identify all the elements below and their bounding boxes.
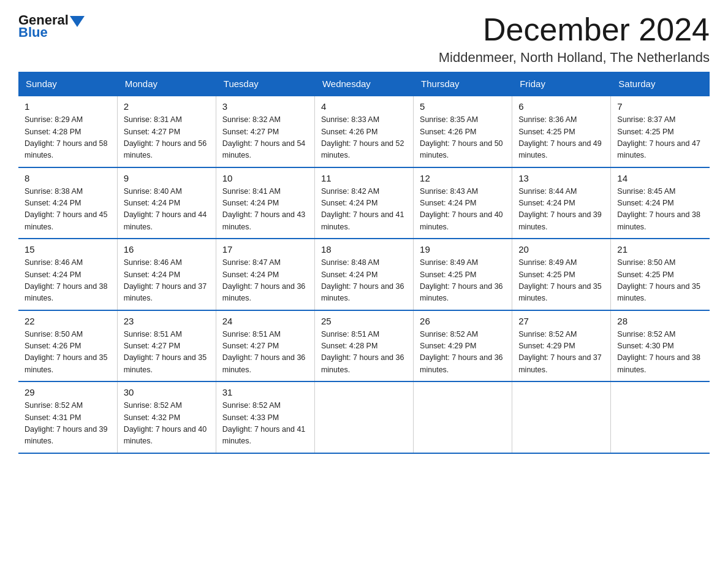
day-info: Sunrise: 8:52 AMSunset: 4:29 PMDaylight:… <box>420 329 506 377</box>
day-number: 3 <box>222 101 308 112</box>
day-number: 21 <box>617 244 703 255</box>
day-number: 23 <box>124 316 210 326</box>
week-row-1: 1 Sunrise: 8:29 AMSunset: 4:28 PMDayligh… <box>18 96 710 167</box>
weekday-header-thursday: Thursday <box>414 72 512 96</box>
calendar-cell: 28 Sunrise: 8:52 AMSunset: 4:30 PMDaylig… <box>611 310 710 382</box>
logo-blue-text: Blue <box>18 25 48 40</box>
day-info: Sunrise: 8:49 AMSunset: 4:25 PMDaylight:… <box>420 257 506 305</box>
day-info: Sunrise: 8:44 AMSunset: 4:24 PMDaylight:… <box>518 186 604 234</box>
calendar-cell: 11 Sunrise: 8:42 AMSunset: 4:24 PMDaylig… <box>314 167 413 239</box>
calendar-cell: 4 Sunrise: 8:33 AMSunset: 4:26 PMDayligh… <box>314 96 413 167</box>
page-header: General Blue December 2024 Middenmeer, N… <box>18 12 710 66</box>
day-number: 5 <box>420 101 506 112</box>
day-number: 31 <box>222 387 308 397</box>
calendar-cell: 21 Sunrise: 8:50 AMSunset: 4:25 PMDaylig… <box>611 239 710 310</box>
weekday-header-row: SundayMondayTuesdayWednesdayThursdayFrid… <box>18 72 710 96</box>
calendar-cell: 8 Sunrise: 8:38 AMSunset: 4:24 PMDayligh… <box>18 167 117 239</box>
day-info: Sunrise: 8:40 AMSunset: 4:24 PMDaylight:… <box>124 186 210 234</box>
calendar-cell: 6 Sunrise: 8:36 AMSunset: 4:25 PMDayligh… <box>512 96 611 167</box>
day-number: 14 <box>617 173 703 183</box>
day-number: 19 <box>420 244 506 255</box>
day-info: Sunrise: 8:50 AMSunset: 4:26 PMDaylight:… <box>25 329 111 377</box>
day-info: Sunrise: 8:45 AMSunset: 4:24 PMDaylight:… <box>617 186 703 234</box>
calendar-cell: 5 Sunrise: 8:35 AMSunset: 4:26 PMDayligh… <box>414 96 512 167</box>
week-row-4: 22 Sunrise: 8:50 AMSunset: 4:26 PMDaylig… <box>18 310 710 382</box>
calendar-cell: 1 Sunrise: 8:29 AMSunset: 4:28 PMDayligh… <box>18 96 117 167</box>
calendar-cell: 16 Sunrise: 8:46 AMSunset: 4:24 PMDaylig… <box>117 239 216 310</box>
day-number: 30 <box>124 387 210 397</box>
day-info: Sunrise: 8:29 AMSunset: 4:28 PMDaylight:… <box>25 114 111 162</box>
weekday-header-tuesday: Tuesday <box>216 72 314 96</box>
calendar-table: SundayMondayTuesdayWednesdayThursdayFrid… <box>18 72 710 454</box>
calendar-cell: 2 Sunrise: 8:31 AMSunset: 4:27 PMDayligh… <box>117 96 216 167</box>
calendar-cell: 13 Sunrise: 8:44 AMSunset: 4:24 PMDaylig… <box>512 167 611 239</box>
calendar-cell: 14 Sunrise: 8:45 AMSunset: 4:24 PMDaylig… <box>611 167 710 239</box>
day-info: Sunrise: 8:46 AMSunset: 4:24 PMDaylight:… <box>124 257 210 305</box>
day-info: Sunrise: 8:52 AMSunset: 4:33 PMDaylight:… <box>222 400 308 448</box>
calendar-cell: 24 Sunrise: 8:51 AMSunset: 4:27 PMDaylig… <box>216 310 314 382</box>
week-row-5: 29 Sunrise: 8:52 AMSunset: 4:31 PMDaylig… <box>18 381 710 453</box>
day-number: 10 <box>222 173 308 183</box>
title-area: December 2024 Middenmeer, North Holland,… <box>439 12 710 66</box>
weekday-header-sunday: Sunday <box>18 72 117 96</box>
day-number: 17 <box>222 244 308 255</box>
logo: General Blue <box>18 12 85 40</box>
day-number: 20 <box>518 244 604 255</box>
weekday-header-friday: Friday <box>512 72 611 96</box>
day-info: Sunrise: 8:42 AMSunset: 4:24 PMDaylight:… <box>321 186 407 234</box>
day-info: Sunrise: 8:50 AMSunset: 4:25 PMDaylight:… <box>617 257 703 305</box>
day-number: 11 <box>321 173 407 183</box>
calendar-cell: 12 Sunrise: 8:43 AMSunset: 4:24 PMDaylig… <box>414 167 512 239</box>
calendar-cell: 26 Sunrise: 8:52 AMSunset: 4:29 PMDaylig… <box>414 310 512 382</box>
day-number: 29 <box>25 387 111 397</box>
calendar-cell: 15 Sunrise: 8:46 AMSunset: 4:24 PMDaylig… <box>18 239 117 310</box>
day-number: 6 <box>518 101 604 112</box>
day-info: Sunrise: 8:43 AMSunset: 4:24 PMDaylight:… <box>420 186 506 234</box>
day-number: 12 <box>420 173 506 183</box>
calendar-cell: 19 Sunrise: 8:49 AMSunset: 4:25 PMDaylig… <box>414 239 512 310</box>
day-number: 4 <box>321 101 407 112</box>
day-number: 8 <box>25 173 111 183</box>
day-info: Sunrise: 8:48 AMSunset: 4:24 PMDaylight:… <box>321 257 407 305</box>
calendar-cell <box>512 381 611 453</box>
calendar-cell: 27 Sunrise: 8:52 AMSunset: 4:29 PMDaylig… <box>512 310 611 382</box>
calendar-cell <box>611 381 710 453</box>
calendar-cell: 29 Sunrise: 8:52 AMSunset: 4:31 PMDaylig… <box>18 381 117 453</box>
location-subtitle: Middenmeer, North Holland, The Netherlan… <box>439 50 710 66</box>
day-info: Sunrise: 8:35 AMSunset: 4:26 PMDaylight:… <box>420 114 506 162</box>
day-info: Sunrise: 8:36 AMSunset: 4:25 PMDaylight:… <box>518 114 604 162</box>
day-info: Sunrise: 8:38 AMSunset: 4:24 PMDaylight:… <box>25 186 111 234</box>
day-info: Sunrise: 8:33 AMSunset: 4:26 PMDaylight:… <box>321 114 407 162</box>
calendar-cell <box>414 381 512 453</box>
calendar-cell: 17 Sunrise: 8:47 AMSunset: 4:24 PMDaylig… <box>216 239 314 310</box>
day-number: 18 <box>321 244 407 255</box>
day-number: 25 <box>321 316 407 326</box>
day-info: Sunrise: 8:52 AMSunset: 4:30 PMDaylight:… <box>617 329 703 377</box>
calendar-cell: 23 Sunrise: 8:51 AMSunset: 4:27 PMDaylig… <box>117 310 216 382</box>
day-number: 22 <box>25 316 111 326</box>
calendar-cell: 30 Sunrise: 8:52 AMSunset: 4:32 PMDaylig… <box>117 381 216 453</box>
day-info: Sunrise: 8:52 AMSunset: 4:32 PMDaylight:… <box>124 400 210 448</box>
day-number: 9 <box>124 173 210 183</box>
day-info: Sunrise: 8:31 AMSunset: 4:27 PMDaylight:… <box>124 114 210 162</box>
calendar-cell: 22 Sunrise: 8:50 AMSunset: 4:26 PMDaylig… <box>18 310 117 382</box>
calendar-cell: 10 Sunrise: 8:41 AMSunset: 4:24 PMDaylig… <box>216 167 314 239</box>
day-info: Sunrise: 8:49 AMSunset: 4:25 PMDaylight:… <box>518 257 604 305</box>
day-number: 2 <box>124 101 210 112</box>
calendar-cell: 7 Sunrise: 8:37 AMSunset: 4:25 PMDayligh… <box>611 96 710 167</box>
day-number: 27 <box>518 316 604 326</box>
week-row-2: 8 Sunrise: 8:38 AMSunset: 4:24 PMDayligh… <box>18 167 710 239</box>
day-info: Sunrise: 8:52 AMSunset: 4:31 PMDaylight:… <box>25 400 111 448</box>
calendar-cell: 25 Sunrise: 8:51 AMSunset: 4:28 PMDaylig… <box>314 310 413 382</box>
logo-triangle-icon <box>70 16 85 27</box>
day-info: Sunrise: 8:32 AMSunset: 4:27 PMDaylight:… <box>222 114 308 162</box>
weekday-header-monday: Monday <box>117 72 216 96</box>
day-info: Sunrise: 8:47 AMSunset: 4:24 PMDaylight:… <box>222 257 308 305</box>
day-info: Sunrise: 8:41 AMSunset: 4:24 PMDaylight:… <box>222 186 308 234</box>
calendar-cell: 31 Sunrise: 8:52 AMSunset: 4:33 PMDaylig… <box>216 381 314 453</box>
day-number: 28 <box>617 316 703 326</box>
month-title: December 2024 <box>439 12 710 47</box>
day-info: Sunrise: 8:52 AMSunset: 4:29 PMDaylight:… <box>518 329 604 377</box>
day-info: Sunrise: 8:51 AMSunset: 4:28 PMDaylight:… <box>321 329 407 377</box>
calendar-cell: 20 Sunrise: 8:49 AMSunset: 4:25 PMDaylig… <box>512 239 611 310</box>
